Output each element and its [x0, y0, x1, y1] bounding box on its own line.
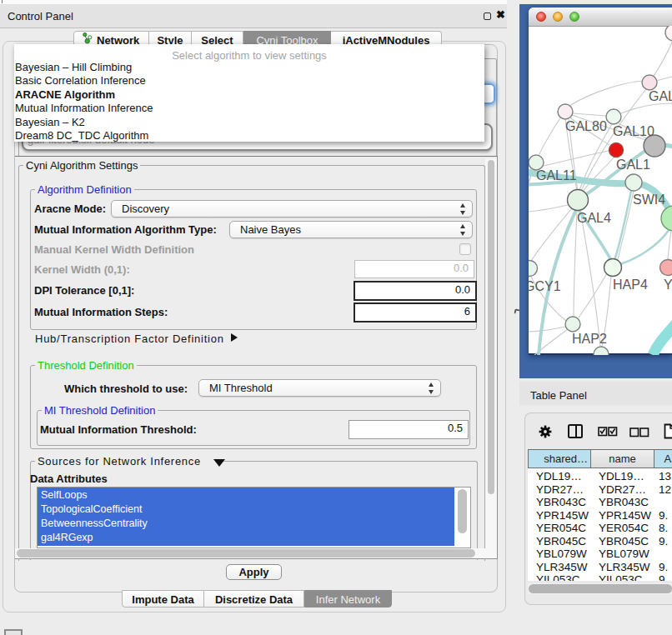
- svg-text:SWI4: SWI4: [633, 192, 665, 207]
- svg-text:GCY1: GCY1: [529, 279, 561, 293]
- svg-text:GAL80: GAL80: [565, 119, 607, 133]
- svg-text:GAL7: GAL7: [649, 89, 672, 103]
- svg-text:GAL4: GAL4: [577, 211, 611, 225]
- svg-text:HAP2: HAP2: [572, 332, 607, 346]
- svg-text:GAL11: GAL11: [536, 168, 577, 182]
- svg-text:HAP4: HAP4: [613, 278, 648, 292]
- svg-text:Y: Y: [664, 278, 672, 292]
- svg-text:GAL1: GAL1: [616, 158, 650, 172]
- svg-text:GAL10: GAL10: [613, 124, 654, 138]
